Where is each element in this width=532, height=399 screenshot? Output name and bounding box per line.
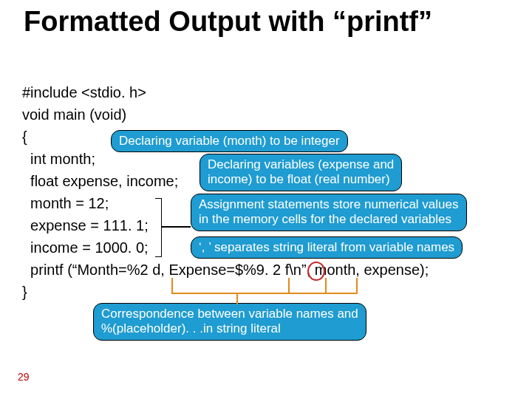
callout-comma-sep: ‘, ’ separates string literal from varia… xyxy=(191,236,463,259)
callout-declare-int: Declaring variable (month) to be integer xyxy=(111,130,348,152)
callout-declare-float: Declaring variables (expense and income)… xyxy=(200,154,402,191)
corr-tick xyxy=(356,278,358,293)
code-line: printf (“Month=%2 d, Expense=$%9. 2 f\n”… xyxy=(22,259,429,281)
code-line: #include <stdio. h> xyxy=(22,81,429,103)
corr-tick xyxy=(325,278,327,293)
page-number: 29 xyxy=(18,371,30,383)
code-block: #include <stdio. h> void main (void) { i… xyxy=(22,81,429,303)
circle-comma xyxy=(307,262,325,281)
bracket-assignments xyxy=(155,198,162,257)
callout-correspondence: Correspondence between variable names an… xyxy=(93,303,366,341)
slide-title: Formatted Output with “printf” xyxy=(24,6,517,38)
corr-line-h xyxy=(171,293,358,294)
corr-tick xyxy=(171,278,173,293)
code-line: } xyxy=(22,281,429,303)
corr-tick xyxy=(288,278,290,293)
corr-drop xyxy=(236,293,238,304)
bracket-tick xyxy=(161,226,191,228)
code-line: void main (void) xyxy=(22,103,429,126)
slide: Formatted Output with “printf” #include … xyxy=(0,0,532,399)
callout-assignment: Assignment statements store numerical va… xyxy=(191,194,467,231)
